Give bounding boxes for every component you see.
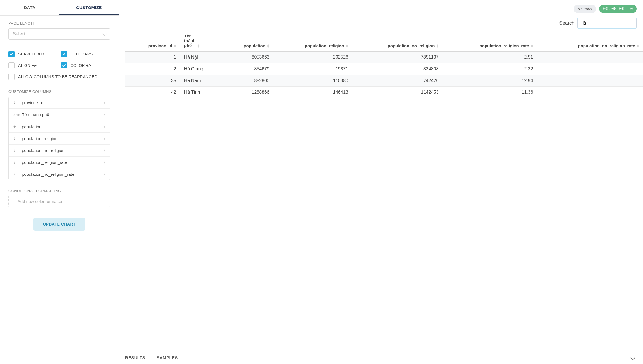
caret-right-icon [104, 173, 105, 176]
column-name: population [22, 124, 104, 129]
caret-right-icon [104, 137, 105, 140]
add-formatter-button[interactable]: + Add new color formatter [8, 196, 110, 207]
checkbox-grid: SEARCH BOX CELL BARS ALIGN +/- COLOR +/- [8, 50, 110, 81]
column-header-label: Tênthànhphố [184, 33, 196, 48]
sort-icon [267, 44, 269, 48]
cell-population: 854679 [222, 63, 273, 75]
column-item[interactable]: #population_no_religion_rate [9, 168, 110, 180]
column-item[interactable]: #population_religion_rate [9, 157, 110, 168]
column-list: #province_idabcTên thành phố#population#… [8, 97, 110, 180]
checkbox-section: SEARCH BOX CELL BARS ALIGN +/- COLOR +/- [0, 44, 119, 84]
checkbox-label: SEARCH BOX [18, 52, 45, 56]
cell-population_religion: 19871 [273, 63, 352, 75]
sort-icon [436, 44, 438, 48]
page-length-select[interactable]: Select ... [8, 28, 110, 40]
search-label: Search [559, 20, 574, 26]
caret-right-icon [104, 161, 105, 164]
column-type-icon: # [13, 172, 22, 176]
caret-right-icon [104, 125, 105, 128]
column-item[interactable]: abcTên thành phố [9, 109, 110, 121]
column-header-population_religion_rate[interactable]: population_religion_rate [442, 31, 537, 51]
query-time-pill: 00:00:00.10 [599, 5, 637, 13]
cell-city_name: Hà Nội [180, 51, 222, 63]
column-header-label: population_religion_rate [480, 43, 529, 48]
checkbox-color-pm[interactable]: COLOR +/- [61, 62, 110, 68]
check-icon [61, 62, 67, 68]
cell-population: 852800 [222, 75, 273, 87]
sort-icon [174, 44, 176, 48]
column-type-icon: # [13, 136, 22, 141]
column-item[interactable]: #province_id [9, 97, 110, 109]
cell-population_no_religion_rate [537, 63, 643, 75]
results-table: province_idTênthànhphốpopulationpopulati… [125, 31, 643, 98]
checkbox-label: ALLOW COLUMNS TO BE REARRANGED [18, 74, 97, 79]
cell-population_no_religion: 742420 [352, 75, 442, 87]
cell-population: 1288866 [222, 87, 273, 98]
cell-population_no_religion_rate [537, 51, 643, 63]
bottom-tab-samples[interactable]: SAMPLES [157, 355, 178, 360]
column-name: Tên thành phố [22, 112, 104, 117]
checkbox-allow-rearrange[interactable]: ALLOW COLUMNS TO BE REARRANGED [8, 74, 110, 80]
row-count-pill: 63 rows [574, 5, 597, 13]
sort-icon [346, 44, 348, 48]
column-name: population_no_religion [22, 148, 104, 153]
column-name: population_religion [22, 136, 104, 141]
column-type-icon: # [13, 148, 22, 153]
column-type-icon: abc [13, 113, 22, 117]
column-name: province_id [22, 100, 104, 105]
cell-province_id: 1 [125, 51, 180, 63]
cell-city_name: Hà Nam [180, 75, 222, 87]
chevron-down-icon[interactable] [631, 355, 635, 360]
column-header-population_no_religion_rate[interactable]: population_no_religion_rate [537, 31, 643, 51]
cell-population_religion: 110380 [273, 75, 352, 87]
search-bar: Search [119, 13, 643, 31]
cell-population: 8053663 [222, 51, 273, 63]
update-chart-button[interactable]: UPDATE CHART [33, 218, 85, 231]
page-length-section: PAGE LENGTH Select ... [0, 16, 119, 44]
column-header-population_religion[interactable]: population_religion [273, 31, 352, 51]
caret-right-icon [104, 113, 105, 116]
column-item[interactable]: #population [9, 121, 110, 133]
sort-icon [531, 44, 533, 48]
table-body: 1Hà Nội805366320252678511372.512Hà Giang… [125, 51, 643, 98]
sort-icon [197, 44, 200, 48]
column-header-city_name[interactable]: Tênthànhphố [180, 31, 222, 51]
cell-city_name: Hà Giang [180, 63, 222, 75]
checkbox-cell-bars[interactable]: CELL BARS [61, 51, 110, 57]
bottom-tabs: RESULTS SAMPLES [119, 351, 643, 364]
checkbox-label: CELL BARS [71, 52, 93, 56]
column-header-population[interactable]: population [222, 31, 273, 51]
column-header-population_no_religion[interactable]: population_no_religion [352, 31, 442, 51]
bottom-tab-results[interactable]: RESULTS [125, 355, 145, 360]
column-header-province_id[interactable]: province_id [125, 31, 180, 51]
conditional-formatting-section: CONDITIONAL FORMATTING + Add new color f… [0, 183, 119, 210]
table-row[interactable]: 42Hà Tĩnh1288866146413114245311.36 [125, 87, 643, 98]
column-item[interactable]: #population_religion [9, 133, 110, 145]
cell-population_religion_rate: 2.32 [442, 63, 537, 75]
column-item[interactable]: #population_no_religion [9, 145, 110, 157]
cell-city_name: Hà Tĩnh [180, 87, 222, 98]
customize-columns-label: CUSTOMIZE COLUMNS [8, 89, 110, 94]
check-icon [61, 51, 67, 57]
table-header-row: province_idTênthànhphốpopulationpopulati… [125, 31, 643, 51]
tab-data[interactable]: DATA [0, 0, 59, 15]
tab-customize[interactable]: CUSTOMIZE [59, 0, 119, 15]
cell-population_no_religion_rate [537, 75, 643, 87]
table-wrap[interactable]: province_idTênthànhphốpopulationpopulati… [119, 31, 643, 351]
table-row[interactable]: 2Hà Giang854679198718348082.32 [125, 63, 643, 75]
column-type-icon: # [13, 125, 22, 129]
checkbox-search-box[interactable]: SEARCH BOX [8, 51, 58, 57]
column-header-label: province_id [148, 43, 172, 48]
checkbox-align-pm[interactable]: ALIGN +/- [8, 62, 58, 68]
page-length-label: PAGE LENGTH [8, 21, 110, 25]
search-input[interactable] [577, 18, 637, 28]
table-row[interactable]: 1Hà Nội805366320252678511372.51 [125, 51, 643, 63]
checkbox-label: ALIGN +/- [18, 63, 37, 68]
check-icon [8, 62, 15, 68]
sort-icon [637, 44, 639, 48]
cell-province_id: 2 [125, 63, 180, 75]
cell-population_no_religion: 1142453 [352, 87, 442, 98]
cell-population_religion: 202526 [273, 51, 352, 63]
sidebar-tabs: DATA CUSTOMIZE [0, 0, 119, 16]
table-row[interactable]: 35Hà Nam85280011038074242012.94 [125, 75, 643, 87]
